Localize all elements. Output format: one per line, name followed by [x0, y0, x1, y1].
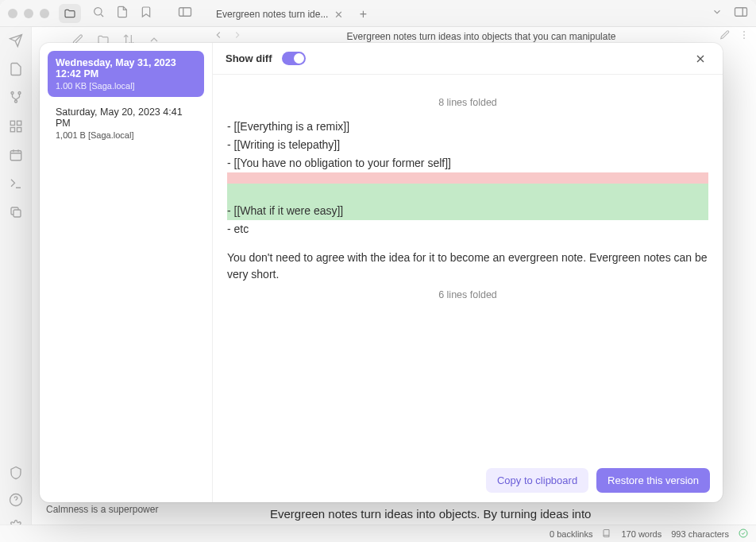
restore-version-button[interactable]: Restore this version	[596, 468, 710, 493]
status-backlinks[interactable]: 0 backlinks	[550, 529, 592, 539]
nav-forward-icon[interactable]	[232, 29, 243, 44]
search-icon[interactable]	[92, 6, 105, 21]
chevron-down-icon[interactable]	[712, 6, 723, 21]
more-icon[interactable]	[739, 29, 750, 44]
svg-point-16	[743, 37, 745, 39]
svg-point-17	[739, 529, 747, 537]
tab-strip: Evergreen notes turn ide... ✕ +	[208, 3, 708, 25]
shield-icon[interactable]	[9, 466, 23, 480]
svg-point-3	[11, 92, 14, 95]
tab-add-button[interactable]: +	[354, 6, 372, 23]
version-item-active[interactable]: Wednesday, May 31, 2023 12:42 PM 1.00 KB…	[48, 51, 204, 97]
version-date: Saturday, May 20, 2023 4:41 PM	[56, 106, 196, 129]
svg-point-4	[18, 92, 21, 95]
diff-line: - etc	[227, 220, 708, 238]
show-diff-toggle[interactable]	[282, 52, 306, 65]
show-diff-label: Show diff	[226, 52, 272, 64]
status-bar: 0 backlinks 170 words 993 characters	[0, 525, 756, 542]
diff-paragraph: You don't need to agree with the idea fo…	[227, 250, 708, 283]
version-meta: 1.00 KB [Saga.local]	[56, 81, 196, 91]
svg-rect-2	[735, 7, 747, 16]
svg-rect-11	[14, 210, 21, 217]
modal-header: Show diff	[213, 43, 723, 75]
copy-clipboard-button[interactable]: Copy to clipboard	[486, 468, 588, 493]
version-list: Wednesday, May 31, 2023 12:42 PM 1.00 KB…	[40, 43, 213, 502]
traffic-zoom[interactable]	[40, 9, 49, 18]
nav-back-icon[interactable]	[213, 29, 224, 44]
file-icon[interactable]	[9, 62, 23, 76]
traffic-close[interactable]	[8, 9, 17, 18]
diff-view: 8 lines folded - [[Everything is a remix…	[213, 75, 723, 458]
svg-rect-1	[179, 7, 191, 16]
svg-rect-9	[17, 128, 21, 132]
modal-close-button[interactable]	[691, 49, 710, 68]
sync-check-icon	[739, 528, 748, 540]
svg-rect-6	[10, 121, 14, 125]
tab-active[interactable]: Evergreen notes turn ide... ✕	[208, 4, 351, 25]
status-chars: 993 characters	[671, 529, 729, 539]
calendar-icon[interactable]	[9, 148, 23, 162]
svg-point-14	[743, 31, 745, 33]
terminal-icon[interactable]	[9, 176, 23, 191]
folded-indicator-bottom[interactable]: 6 lines folded	[227, 289, 708, 300]
left-rail	[0, 27, 32, 542]
traffic-lights	[8, 9, 49, 18]
diff-line: - [[Writing is telepathy]]	[227, 136, 708, 154]
version-history-modal: Wednesday, May 31, 2023 12:42 PM 1.00 KB…	[40, 43, 723, 502]
sidebar-right-icon[interactable]	[734, 6, 748, 21]
version-meta: 1,001 B [Saga.local]	[56, 130, 196, 140]
diff-line-added: - [[What if it were easy]]	[227, 202, 708, 220]
edit-icon[interactable]	[719, 29, 731, 44]
status-words: 170 words	[621, 529, 662, 539]
copy-icon[interactable]	[9, 205, 23, 219]
svg-point-0	[94, 7, 102, 14]
send-icon[interactable]	[9, 33, 23, 48]
paragraph-visible: Evergreen notes turn ideas into objects.…	[270, 507, 740, 521]
document-title: Evergreen notes turn ideas into objects …	[251, 31, 712, 42]
svg-point-15	[743, 34, 745, 36]
version-item[interactable]: Saturday, May 20, 2023 4:41 PM 1,001 B […	[48, 100, 204, 146]
svg-point-5	[14, 100, 17, 103]
svg-rect-8	[10, 128, 14, 132]
panel-toggle-icon[interactable]	[178, 6, 192, 21]
svg-rect-7	[17, 121, 21, 125]
new-document-icon[interactable]	[116, 6, 129, 21]
branch-icon[interactable]	[9, 91, 23, 105]
diff-line-added-blank	[227, 184, 708, 202]
diff-line-removed	[227, 172, 708, 184]
book-icon	[602, 528, 611, 540]
folder-icon[interactable]	[59, 4, 81, 23]
diff-line: - [[You have no obligation to your forme…	[227, 154, 708, 172]
modal-footer: Copy to clipboard Restore this version	[213, 458, 723, 502]
tab-title: Evergreen notes turn ide...	[216, 9, 328, 20]
tab-close-button[interactable]: ✕	[334, 9, 343, 21]
diff-line: - [[Everything is a remix]]	[227, 118, 708, 136]
bookmark-icon[interactable]	[140, 6, 152, 21]
help-icon[interactable]	[9, 493, 23, 507]
version-date: Wednesday, May 31, 2023 12:42 PM	[56, 57, 196, 79]
svg-rect-10	[10, 151, 21, 161]
folded-indicator-top[interactable]: 8 lines folded	[227, 97, 708, 108]
grid-icon[interactable]	[9, 119, 23, 134]
traffic-minimize[interactable]	[24, 9, 33, 18]
